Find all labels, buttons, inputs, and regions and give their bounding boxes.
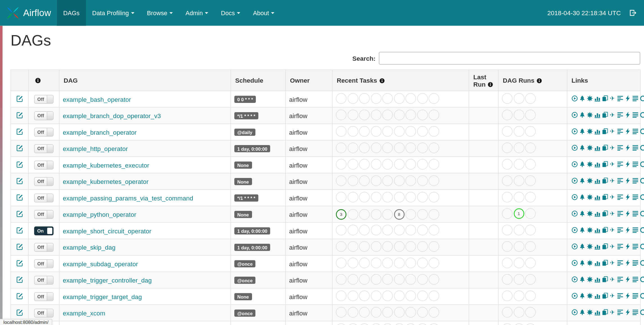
state-circle[interactable]: [405, 126, 416, 137]
logs-link[interactable]: [632, 161, 639, 168]
state-circle[interactable]: [348, 258, 358, 268]
state-circle[interactable]: [525, 258, 536, 268]
state-circle[interactable]: [371, 192, 381, 203]
header-dag-runs[interactable]: DAG Runs: [498, 70, 567, 91]
state-circle[interactable]: [336, 258, 347, 268]
edit-dag-link[interactable]: [16, 194, 23, 200]
dag-name-link[interactable]: example_kubernetes_operator: [63, 178, 149, 185]
state-circle[interactable]: [525, 159, 536, 170]
edit-dag-link[interactable]: [16, 145, 23, 151]
state-circle[interactable]: [394, 126, 405, 137]
gantt-view-link[interactable]: [617, 227, 623, 234]
schedule-badge[interactable]: */1 * * * *: [234, 112, 258, 119]
state-circle[interactable]: [348, 324, 358, 325]
graph-view-link[interactable]: [586, 227, 593, 234]
state-circle[interactable]: [359, 324, 370, 325]
dag-pause-toggle[interactable]: Off: [34, 161, 54, 170]
trigger-dag-link[interactable]: [571, 194, 578, 201]
trigger-dag-link[interactable]: [571, 161, 578, 168]
dag-pause-toggle[interactable]: On: [34, 226, 54, 235]
state-circle[interactable]: [502, 291, 513, 301]
state-circle[interactable]: [417, 126, 428, 137]
edit-dag-link[interactable]: [16, 112, 23, 118]
trigger-dag-link[interactable]: [571, 177, 578, 184]
tasks-duration-link[interactable]: [594, 210, 601, 217]
logs-link[interactable]: [632, 112, 639, 118]
tree-view-link[interactable]: [579, 177, 586, 184]
code-view-link[interactable]: [624, 243, 631, 250]
dag-pause-toggle[interactable]: Off: [34, 177, 54, 186]
state-circle[interactable]: [348, 175, 358, 186]
schedule-badge[interactable]: None: [234, 293, 252, 301]
logs-link[interactable]: [632, 177, 639, 184]
logs-link[interactable]: [632, 293, 639, 299]
state-circle[interactable]: [514, 175, 524, 186]
state-circle[interactable]: [359, 241, 370, 252]
state-circle[interactable]: [429, 225, 439, 236]
schedule-badge[interactable]: 1 day, 0:00:00: [234, 227, 270, 235]
tree-view-link[interactable]: [579, 210, 586, 217]
edit-dag-link[interactable]: [16, 276, 23, 283]
state-circle[interactable]: [382, 192, 393, 203]
header-toggle[interactable]: [28, 70, 59, 91]
refresh-link[interactable]: [640, 128, 644, 135]
state-circle[interactable]: 3: [336, 209, 347, 220]
state-circle[interactable]: [417, 159, 428, 170]
state-circle[interactable]: [371, 209, 381, 220]
landing-times-link[interactable]: ✈: [609, 243, 616, 250]
gantt-view-link[interactable]: [617, 293, 623, 299]
state-circle[interactable]: [429, 175, 439, 186]
logs-link[interactable]: [632, 128, 639, 135]
state-circle[interactable]: [417, 225, 428, 236]
state-circle[interactable]: [382, 126, 393, 137]
dag-pause-toggle[interactable]: Off: [34, 276, 54, 285]
state-circle[interactable]: [514, 93, 524, 104]
state-circle[interactable]: [502, 258, 513, 268]
code-view-link[interactable]: [624, 210, 631, 217]
state-circle[interactable]: [359, 258, 370, 268]
task-tries-link[interactable]: [602, 276, 608, 283]
trigger-dag-link[interactable]: [571, 309, 578, 316]
state-circle[interactable]: [371, 324, 381, 325]
task-tries-link[interactable]: [602, 112, 608, 118]
logs-link[interactable]: [632, 260, 639, 267]
task-tries-link[interactable]: [602, 309, 608, 316]
state-circle[interactable]: [514, 307, 524, 318]
graph-view-link[interactable]: [586, 243, 593, 250]
header-dag[interactable]: DAG: [59, 70, 231, 91]
gantt-view-link[interactable]: [617, 194, 623, 201]
task-tries-link[interactable]: [602, 194, 608, 201]
state-circle[interactable]: [417, 175, 428, 186]
state-circle[interactable]: [502, 241, 513, 252]
state-circle[interactable]: [359, 110, 370, 120]
state-circle[interactable]: [336, 307, 347, 318]
brand-link[interactable]: Airflow: [0, 0, 57, 26]
edit-dag-link[interactable]: [16, 95, 23, 102]
state-circle[interactable]: [525, 110, 536, 120]
tasks-duration-link[interactable]: [594, 161, 601, 168]
state-circle[interactable]: [394, 241, 405, 252]
graph-view-link[interactable]: [586, 161, 593, 168]
schedule-badge[interactable]: */1 * * * *: [234, 195, 258, 202]
edit-dag-link[interactable]: [16, 243, 23, 250]
state-circle[interactable]: [525, 225, 536, 236]
state-circle[interactable]: [382, 225, 393, 236]
state-circle[interactable]: [336, 93, 347, 104]
landing-times-link[interactable]: ✈: [609, 128, 616, 135]
state-circle[interactable]: [359, 225, 370, 236]
gantt-view-link[interactable]: [617, 243, 623, 250]
state-circle[interactable]: [417, 143, 428, 153]
logs-link[interactable]: [632, 276, 639, 283]
state-circle[interactable]: [525, 126, 536, 137]
code-view-link[interactable]: [624, 293, 631, 299]
state-circle[interactable]: [405, 258, 416, 268]
state-circle[interactable]: [525, 324, 536, 325]
state-circle[interactable]: [429, 159, 439, 170]
landing-times-link[interactable]: ✈: [609, 227, 616, 234]
dag-pause-toggle[interactable]: Off: [34, 144, 54, 153]
state-circle[interactable]: [382, 274, 393, 285]
state-circle[interactable]: [336, 159, 347, 170]
dag-pause-toggle[interactable]: Off: [34, 95, 54, 104]
tasks-duration-link[interactable]: [594, 243, 601, 250]
edit-dag-link[interactable]: [16, 177, 23, 184]
